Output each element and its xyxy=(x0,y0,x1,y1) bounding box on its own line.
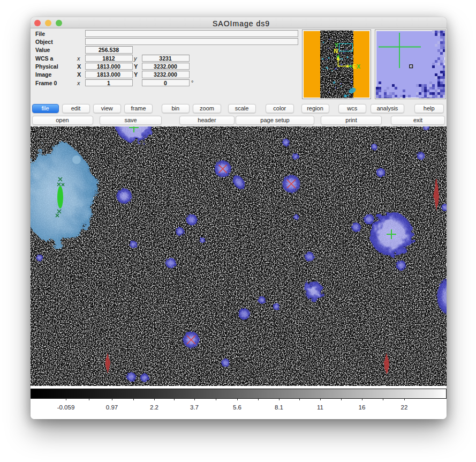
svg-text:N: N xyxy=(334,48,338,54)
svg-text:E: E xyxy=(352,63,356,70)
svg-text:X: X xyxy=(357,63,360,70)
